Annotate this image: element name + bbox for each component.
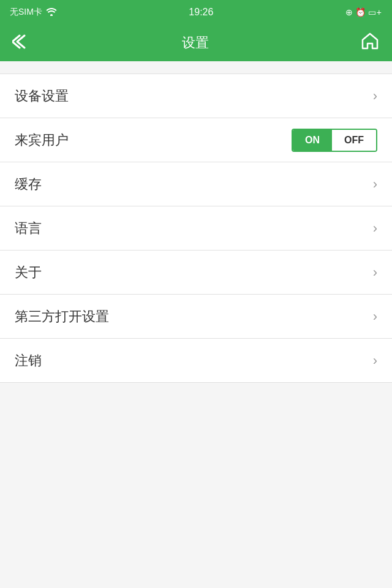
lock-icon: ⊕ bbox=[345, 7, 353, 17]
status-time: 19:26 bbox=[189, 7, 213, 18]
chevron-right-icon: › bbox=[373, 353, 377, 369]
menu-item-guest-user[interactable]: 来宾用户 ON OFF bbox=[0, 118, 392, 162]
menu-item-language[interactable]: 语言 › bbox=[0, 206, 392, 251]
menu-item-cache[interactable]: 缓存 › bbox=[0, 162, 392, 206]
battery-icon: ▭+ bbox=[368, 7, 382, 17]
back-button[interactable] bbox=[12, 32, 31, 54]
settings-menu: 设备设置 › 来宾用户 ON OFF 缓存 › 语言 › 关于 › 第三方打开设… bbox=[0, 74, 392, 383]
alarm-icon: ⏰ bbox=[355, 7, 366, 17]
top-spacer bbox=[0, 61, 392, 74]
wifi-icon bbox=[46, 7, 57, 18]
bottom-spacer bbox=[0, 383, 392, 588]
menu-item-logout[interactable]: 注销 › bbox=[0, 339, 392, 383]
about-label: 关于 bbox=[15, 263, 42, 282]
home-button[interactable] bbox=[360, 31, 380, 55]
chevron-right-icon: › bbox=[373, 221, 377, 236]
third-party-label: 第三方打开设置 bbox=[15, 307, 109, 326]
toggle-on-button[interactable]: ON bbox=[293, 130, 332, 151]
status-bar: 无SIM卡 19:26 ⊕ ⏰ ▭+ bbox=[0, 0, 392, 24]
logout-label: 注销 bbox=[15, 352, 42, 370]
toggle-off-button[interactable]: OFF bbox=[332, 130, 376, 151]
carrier-text: 无SIM卡 bbox=[10, 7, 42, 18]
chevron-right-icon: › bbox=[373, 88, 377, 104]
cache-label: 缓存 bbox=[15, 175, 42, 194]
page-title: 设置 bbox=[182, 34, 209, 52]
chevron-right-icon: › bbox=[373, 265, 377, 281]
menu-item-about[interactable]: 关于 › bbox=[0, 251, 392, 295]
menu-item-device-settings[interactable]: 设备设置 › bbox=[0, 74, 392, 118]
device-settings-label: 设备设置 bbox=[15, 87, 69, 105]
guest-user-toggle[interactable]: ON OFF bbox=[292, 129, 377, 152]
status-left: 无SIM卡 bbox=[10, 7, 57, 18]
chevron-right-icon: › bbox=[373, 176, 377, 192]
svg-point-0 bbox=[50, 14, 53, 16]
guest-user-label: 来宾用户 bbox=[15, 131, 69, 149]
language-label: 语言 bbox=[15, 219, 42, 238]
menu-item-third-party[interactable]: 第三方打开设置 › bbox=[0, 295, 392, 339]
chevron-right-icon: › bbox=[373, 309, 377, 325]
nav-bar: 设置 bbox=[0, 24, 392, 61]
status-right: ⊕ ⏰ ▭+ bbox=[345, 7, 382, 17]
